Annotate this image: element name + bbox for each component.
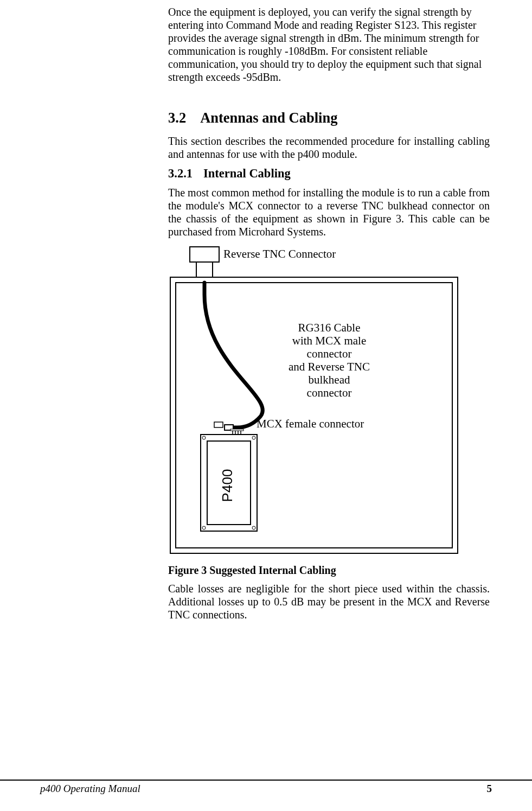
label-mcx-female: MCX female connector (257, 417, 364, 430)
figure-3-caption: Figure 3 Suggested Internal Cabling (168, 564, 490, 577)
section-3-2-number: 3.2 (168, 110, 186, 127)
section-3-2-1-number: 3.2.1 (168, 166, 193, 181)
label-cable-line2: with MCX male (292, 334, 367, 347)
figure-3-diagram: Reverse TNC Connector RG316 Cable with M… (168, 246, 490, 555)
section-3-2-intro: This section describes the recommended p… (168, 135, 490, 161)
label-cable-line5: bulkhead (309, 373, 350, 386)
section-3-2-1-para1: The most common method for installing th… (168, 186, 490, 238)
label-module: P400 (219, 469, 235, 502)
label-cable-line1: RG316 Cable (298, 321, 361, 334)
svg-rect-5 (214, 422, 223, 427)
intro-paragraph: Once the equipment is deployed, you can … (168, 5, 490, 84)
footer-doc-title: p400 Operating Manual (40, 783, 140, 795)
svg-rect-1 (196, 262, 213, 277)
page-footer: p400 Operating Manual 5 (0, 780, 532, 795)
label-cable-line6: connector (307, 386, 352, 399)
svg-rect-10 (230, 429, 243, 431)
footer-page-number: 5 (487, 783, 492, 795)
section-3-2-1-para2: Cable losses are negligible for the shor… (168, 582, 490, 621)
label-cable-line3: connector (307, 347, 352, 360)
svg-rect-0 (190, 247, 219, 262)
label-reverse-tnc: Reverse TNC Connector (223, 247, 336, 260)
section-3-2-title: Antennas and Cabling (200, 110, 337, 126)
section-3-2-1-title: Internal Cabling (203, 167, 291, 180)
label-cable-line4: and Reverse TNC (289, 360, 370, 373)
section-3-2-heading: 3.2Antennas and Cabling (168, 110, 490, 127)
section-3-2-1-heading: 3.2.1Internal Cabling (168, 166, 490, 181)
